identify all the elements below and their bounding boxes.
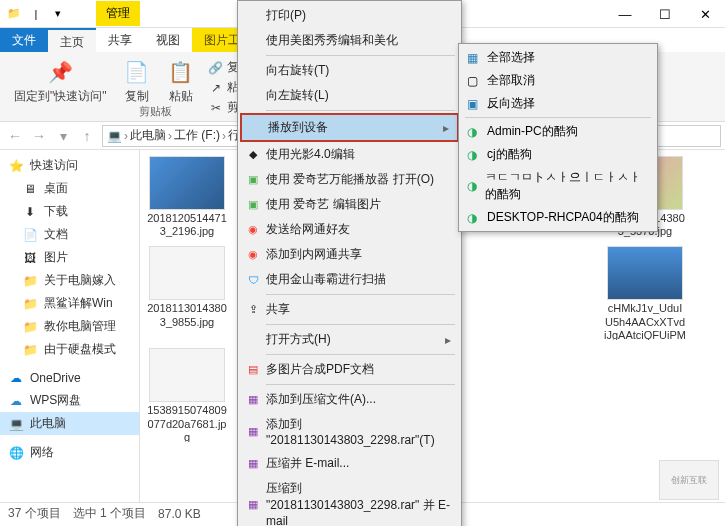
- thumbnail: [149, 348, 225, 402]
- submenu-device-2[interactable]: ◑cj的酷狗: [461, 143, 655, 166]
- context-tab-manage[interactable]: 管理: [96, 1, 140, 26]
- menu-send-friend[interactable]: ◉发送给网通好友: [240, 217, 459, 242]
- invert-icon: ▣: [467, 97, 481, 111]
- history-dd[interactable]: ▾: [52, 125, 74, 147]
- app-icon: ◆: [245, 147, 261, 163]
- menu-separator: [266, 294, 455, 295]
- menu-separator: [266, 324, 455, 325]
- archive-icon: ▦: [245, 424, 261, 440]
- sidebar-f2[interactable]: 📁黑鲨详解Win: [0, 292, 139, 315]
- sidebar-quickaccess[interactable]: ⭐快速访问: [0, 154, 139, 177]
- archive-icon: ▦: [245, 392, 261, 408]
- archive-icon: ▦: [245, 456, 261, 472]
- menu-add-rar[interactable]: ▦添加到 "20181130143803_2298.rar"(T): [240, 412, 459, 451]
- menu-iqiyi-player[interactable]: ▣使用 爱奇艺万能播放器 打开(O): [240, 167, 459, 192]
- menu-separator: [266, 354, 455, 355]
- sidebar-pictures[interactable]: 🖼图片: [0, 246, 139, 269]
- menu-kingsoft-scan[interactable]: 🛡使用金山毒霸进行扫描: [240, 267, 459, 292]
- submenu-device-4[interactable]: ◑DESKTOP-RHCPA04的酷狗: [461, 206, 655, 229]
- sidebar-network[interactable]: 🌐网络: [0, 441, 139, 464]
- menu-merge-pdf[interactable]: ▤多图片合成PDF文档: [240, 357, 459, 382]
- menu-zip-email[interactable]: ▦压缩并 E-mail...: [240, 451, 459, 476]
- status-count: 37 个项目: [8, 505, 61, 522]
- pdf-icon: ▤: [245, 362, 261, 378]
- folder-icon: 📁: [6, 6, 22, 22]
- sidebar-f4[interactable]: 📁由于硬盘模式: [0, 338, 139, 361]
- sidebar-thispc[interactable]: 💻此电脑: [0, 412, 139, 435]
- sidebar-documents[interactable]: 📄文档: [0, 223, 139, 246]
- back-button[interactable]: ←: [4, 125, 26, 147]
- forward-button[interactable]: →: [28, 125, 50, 147]
- sidebar-wps[interactable]: ☁WPS网盘: [0, 389, 139, 412]
- menu-add-archive[interactable]: ▦添加到压缩文件(A)...: [240, 387, 459, 412]
- sidebar-desktop[interactable]: 🖥桌面: [0, 177, 139, 200]
- cloud-icon: ☁: [8, 393, 24, 409]
- shortcut-icon: ↗: [209, 81, 223, 95]
- pin-icon: 📌: [46, 58, 74, 86]
- thumbnail: [607, 246, 683, 300]
- qat-dd[interactable]: ▾: [50, 6, 66, 22]
- picture-icon: 🖼: [22, 250, 38, 266]
- folder-icon: 📁: [22, 296, 38, 312]
- close-button[interactable]: ✕: [685, 0, 725, 28]
- path-icon: 🔗: [209, 61, 223, 75]
- nav-arrows: ← → ▾ ↑: [4, 125, 98, 147]
- submenu-device-1[interactable]: ◑Admin-PC的酷狗: [461, 120, 655, 143]
- app-icon: ▣: [245, 172, 261, 188]
- device-icon: ◑: [467, 211, 481, 225]
- menu-meitu[interactable]: 使用美图秀秀编辑和美化: [240, 28, 459, 53]
- file-item[interactable]: 1538915074809077d20a7681.jpg: [146, 348, 228, 442]
- watermark: 创新互联: [659, 460, 719, 500]
- status-selection: 选中 1 个项目: [73, 505, 146, 522]
- folder-icon: 📁: [22, 342, 38, 358]
- file-item[interactable]: 20181205144713_2196.jpg: [146, 156, 228, 238]
- bc-drive[interactable]: 工作 (F:): [174, 127, 220, 144]
- menu-cast-to-device[interactable]: 播放到设备▸: [240, 113, 459, 142]
- window-controls: — ☐ ✕: [605, 0, 725, 28]
- sidebar-f1[interactable]: 📁关于电脑嫁入: [0, 269, 139, 292]
- tab-file[interactable]: 文件: [0, 28, 48, 52]
- submenu-select-none[interactable]: ▢全部取消: [461, 69, 655, 92]
- tab-view[interactable]: 视图: [144, 28, 192, 52]
- sidebar-onedrive[interactable]: ☁OneDrive: [0, 367, 139, 389]
- menu-print[interactable]: 打印(P): [240, 3, 459, 28]
- maximize-button[interactable]: ☐: [645, 0, 685, 28]
- menu-open-with[interactable]: 打开方式(H)▸: [240, 327, 459, 352]
- select-all-icon: ▦: [467, 51, 481, 65]
- menu-lightshadow[interactable]: ◆使用光影4.0编辑: [240, 142, 459, 167]
- bc-thispc[interactable]: 此电脑: [130, 127, 166, 144]
- paste-icon: 📋: [167, 58, 195, 86]
- menu-zip-email-rar[interactable]: ▦压缩到 "20181130143803_2298.rar" 并 E-mail: [240, 476, 459, 526]
- app-icon: ◉: [245, 247, 261, 263]
- menu-rotate-left[interactable]: 向左旋转(L): [240, 83, 459, 108]
- device-icon: ◑: [467, 179, 479, 193]
- bc-pc-icon: 💻: [107, 129, 122, 143]
- menu-iqiyi-edit[interactable]: ▣使用 爱奇艺 编辑图片: [240, 192, 459, 217]
- tab-share[interactable]: 共享: [96, 28, 144, 52]
- sidebar-f3[interactable]: 📁教你电脑管理: [0, 315, 139, 338]
- menu-share[interactable]: ⇪共享: [240, 297, 459, 322]
- file-item[interactable]: cHMkJ1v_UduIU5h4AACxXTvdiJgAAtciQFUiPMAA…: [604, 246, 686, 340]
- cast-submenu: ▦全部选择 ▢全部取消 ▣反向选择 ◑Admin-PC的酷狗 ◑cj的酷狗 ◑ㅋ…: [458, 43, 658, 232]
- context-menu: 打印(P) 使用美图秀秀编辑和美化 向右旋转(T) 向左旋转(L) 播放到设备▸…: [237, 0, 462, 526]
- minimize-button[interactable]: —: [605, 0, 645, 28]
- submenu-invert[interactable]: ▣反向选择: [461, 92, 655, 115]
- share-icon: ⇪: [245, 302, 261, 318]
- submenu-select-all[interactable]: ▦全部选择: [461, 46, 655, 69]
- menu-share-lan[interactable]: ◉添加到内网通共享: [240, 242, 459, 267]
- menu-rotate-right[interactable]: 向右旋转(T): [240, 58, 459, 83]
- select-none-icon: ▢: [467, 74, 481, 88]
- sidebar: ⭐快速访问 🖥桌面 ⬇下载 📄文档 🖼图片 📁关于电脑嫁入 📁黑鲨详解Win 📁…: [0, 150, 140, 502]
- download-icon: ⬇: [22, 204, 38, 220]
- submenu-device-3[interactable]: ◑ㅋㄷㄱㅁトㅅㅏ으ㅣㄷㅏㅅㅏ的酷狗: [461, 166, 655, 206]
- menu-separator: [465, 117, 651, 118]
- star-icon: ⭐: [8, 158, 24, 174]
- thumbnail: [149, 156, 225, 210]
- document-icon: 📄: [22, 227, 38, 243]
- status-size: 87.0 KB: [158, 507, 201, 521]
- file-item[interactable]: 20181130143803_9855.jpg: [146, 246, 228, 340]
- sidebar-downloads[interactable]: ⬇下载: [0, 200, 139, 223]
- folder-icon: 📁: [22, 273, 38, 289]
- tab-home[interactable]: 主页: [48, 28, 96, 52]
- up-button[interactable]: ↑: [76, 125, 98, 147]
